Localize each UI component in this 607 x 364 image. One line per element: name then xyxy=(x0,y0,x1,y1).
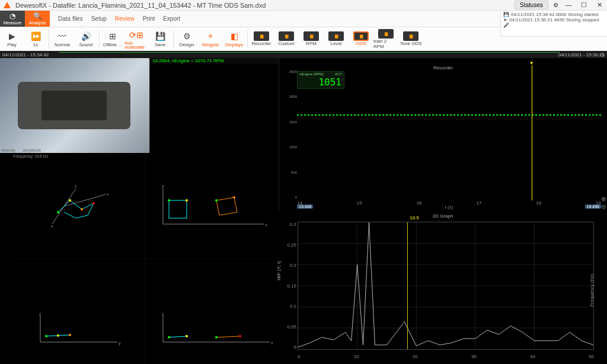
recorder-title: Recorder xyxy=(433,65,453,71)
geom-view-2[interactable]: yx xyxy=(145,153,279,258)
svg-point-25 xyxy=(57,334,59,337)
svg-marker-14 xyxy=(216,197,237,215)
submenu-setup[interactable]: Setup xyxy=(91,15,107,22)
widgets-button[interactable]: ＋Widgets xyxy=(199,27,222,51)
auto-recalc-button[interactable]: ⟳⊞Auto recalculate xyxy=(124,27,148,51)
minimize-button[interactable]: — xyxy=(563,1,574,9)
svg-point-6 xyxy=(81,208,83,210)
display-tab-rpm[interactable]: ▆RPM xyxy=(299,27,324,51)
recalc-icon: ⟳⊞ xyxy=(129,29,143,41)
recorder-y-axis: 25002000150010005000 xyxy=(286,70,297,199)
rpm-value: 1051 xyxy=(298,76,344,88)
time-start: 04/11/2021 - 15:34:42 xyxy=(2,52,49,58)
fastforward-icon: ⏩ xyxy=(31,30,41,42)
normal-button[interactable]: 〰Normal xyxy=(50,27,74,51)
svg-point-5 xyxy=(69,199,71,202)
submenu: Data files Setup Review Print Export xyxy=(50,11,554,27)
svg-point-34 xyxy=(186,335,188,337)
svg-text:z: z xyxy=(75,184,77,188)
clock-icon[interactable]: ◷ xyxy=(600,52,605,58)
graph2d-cursor[interactable]: 18.5 xyxy=(407,222,408,349)
design-button[interactable]: ⚙Design xyxy=(175,27,199,51)
svg-point-36 xyxy=(239,335,241,337)
display-tab-custom[interactable]: ▆Custom xyxy=(274,27,299,51)
svg-text:y: y xyxy=(119,341,121,346)
geom-view-1[interactable]: Frequency: 018 Hz vxz xyxy=(11,153,145,258)
speed-button[interactable]: ⏩1x xyxy=(24,27,47,51)
save-button[interactable]: 💾Save xyxy=(148,27,172,51)
maximize-button[interactable]: ☐ xyxy=(579,1,589,9)
svg-point-15 xyxy=(168,199,170,202)
waveform-icon: 〰 xyxy=(58,30,66,42)
zoom-in-button[interactable]: ⊕ xyxy=(601,196,606,202)
mode-tab-measure[interactable]: ◔ Measure xyxy=(0,11,25,27)
svg-text:y: y xyxy=(162,184,164,189)
recorder-chart[interactable]: Recorder nEngine (RPM)ACT 1051 250020001… xyxy=(279,58,607,211)
sound-button[interactable]: 🔊Sound xyxy=(74,27,98,51)
disk-icon: 💾 xyxy=(503,12,509,17)
recorder-header: 18.2864; nEngine = 1070.71 RPM xyxy=(150,58,279,64)
recorder-cursor[interactable] xyxy=(532,65,532,200)
svg-line-31 xyxy=(169,336,187,337)
close-button[interactable]: ✕ xyxy=(594,1,605,9)
display-preview-icon: ▆ xyxy=(353,31,369,41)
submenu-export[interactable]: Export xyxy=(163,15,180,22)
recorder-x-axis: 13.446 141516171819 19.494 t (s) xyxy=(297,200,601,210)
svg-point-24 xyxy=(45,335,47,337)
display-tab-level[interactable]: ▆Level xyxy=(324,27,349,51)
svg-text:x: x xyxy=(265,223,267,227)
submenu-datafiles[interactable]: Data files xyxy=(58,15,83,22)
status-log-panel: 💾04/11/2021 15:34:42.0000 Storing starte… xyxy=(500,11,607,37)
geom-view-4[interactable]: zx xyxy=(145,259,279,365)
svg-text:z: z xyxy=(162,312,164,316)
svg-point-17 xyxy=(215,199,218,202)
time-overview-bar[interactable]: 04/11/2021 - 15:34:42 04/11/2021 - 15:36… xyxy=(0,51,607,58)
svg-rect-13 xyxy=(169,200,187,218)
display-tab-recorder[interactable]: ▆Recorder xyxy=(249,27,274,51)
gear-icon: ⚙ xyxy=(183,30,191,42)
magnify-icon: 🔍 xyxy=(33,12,42,20)
graph2d-ylabel: MIF (Y; I) xyxy=(276,261,282,280)
zoom-out-button[interactable]: ⊖ xyxy=(601,203,606,210)
app-logo-icon xyxy=(2,1,12,10)
svg-point-7 xyxy=(92,202,95,205)
display-tab-time-ods[interactable]: ▆Time ODS xyxy=(398,27,423,51)
display-preview-icon: ▆ xyxy=(403,31,418,41)
recorder-panel[interactable]: 18.2864; nEngine = 1070.71 RPM xyxy=(149,58,279,153)
play-button[interactable]: ▶Play xyxy=(0,27,24,51)
svg-text:x: x xyxy=(51,224,53,228)
display-tab-ods[interactable]: ▆ODS xyxy=(349,27,373,51)
display-preview-icon: ▆ xyxy=(304,31,319,41)
camera-video-panel[interactable] xyxy=(0,58,149,153)
cursor-icon: ➤ xyxy=(503,17,507,23)
display-preview-icon: ▆ xyxy=(279,31,294,41)
settings-gear-icon[interactable]: ⚙ xyxy=(553,2,558,8)
offline-button[interactable]: ⊞Offline ... xyxy=(101,27,124,51)
graph2d-xlabel: Frequency (Hz) xyxy=(589,274,595,306)
displays-icon: ◧ xyxy=(231,30,238,42)
mic-icon: 🎤 xyxy=(503,23,509,28)
graph2d-plot-area[interactable]: 18.5 xyxy=(298,222,594,350)
display-preview-icon: ▆ xyxy=(254,31,269,41)
main-workspace: 18.2864; nEngine = 1070.71 RPM VelocityA… xyxy=(0,58,607,364)
svg-text:z: z xyxy=(39,312,41,316)
geom-view-3[interactable]: zy xyxy=(11,259,145,365)
graph2d-x-axis: 01020304050 xyxy=(298,354,594,359)
geometry-grid: Frequency: 018 Hz vxz yx zy zx xyxy=(11,153,279,364)
graph-2d-panel[interactable]: 2D Graph MIF (Y; I) 0.30.250.20.150.10.0… xyxy=(279,211,607,364)
gauge-icon: ◔ xyxy=(9,12,15,20)
svg-point-35 xyxy=(215,336,218,339)
statuses-button[interactable]: Statuses xyxy=(515,1,548,9)
svg-point-26 xyxy=(69,334,71,336)
submenu-review[interactable]: Review xyxy=(115,15,135,22)
svg-point-16 xyxy=(186,199,188,202)
displays-button[interactable]: ◧Displays xyxy=(222,27,246,51)
mode-tab-analyze[interactable]: 🔍 Analyze xyxy=(25,11,50,27)
submenu-print[interactable]: Print xyxy=(143,15,155,22)
graph2d-y-axis: 0.30.250.20.150.10.050 xyxy=(282,222,296,350)
display-tab-train-2-rpm[interactable]: ▆train 2 RPM xyxy=(373,27,398,51)
grid-icon: ⊞ xyxy=(109,30,116,42)
svg-text:v: v xyxy=(107,192,109,196)
window-title: DewesoftX - Datafile: Lancia_Flaminia_20… xyxy=(15,2,515,9)
svg-point-4 xyxy=(57,211,59,213)
